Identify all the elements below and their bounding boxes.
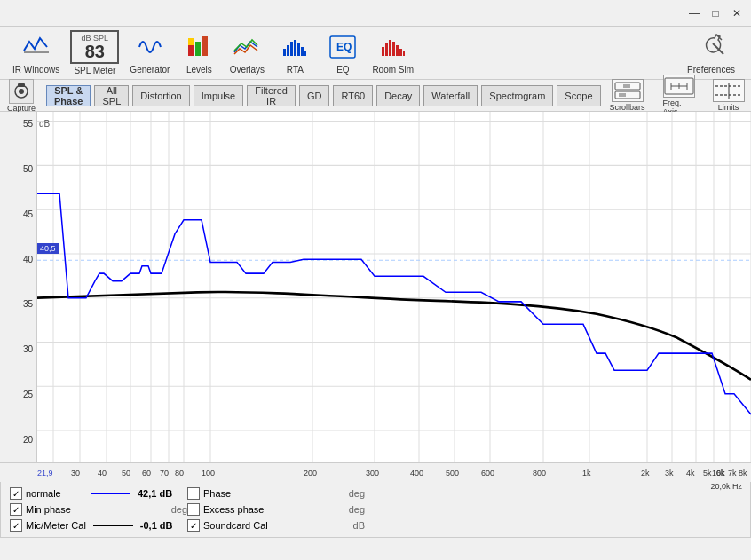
miccal-checkbox[interactable]: ✓: [10, 519, 22, 532]
capture-label: Capture: [7, 104, 36, 113]
overlays-icon: [231, 31, 263, 63]
value-marker: 40,5: [37, 243, 59, 254]
scrollbars-icon: [612, 79, 644, 102]
limits-icon: [713, 79, 745, 102]
svg-text:3k: 3k: [665, 469, 674, 477]
svg-text:7k: 7k: [728, 469, 737, 477]
normale-value: 42,1 dB: [138, 488, 172, 499]
db-axis-label: dB: [39, 119, 50, 129]
svg-rect-11: [304, 51, 306, 56]
svg-text:40: 40: [98, 469, 107, 477]
soundcard-unit: dB: [353, 520, 365, 531]
room-sim-icon: [377, 31, 409, 63]
svg-text:100: 100: [202, 469, 215, 477]
y-label-20: 20: [0, 435, 33, 445]
spl-meter-button[interactable]: dB SPL 83 SPL Meter: [67, 28, 123, 77]
svg-rect-6: [287, 45, 289, 56]
excessphase-checkbox[interactable]: [187, 503, 200, 516]
generator-icon: [134, 31, 166, 63]
svg-rect-17: [392, 42, 395, 56]
svg-text:300: 300: [366, 469, 379, 477]
legend-empty3: [365, 517, 542, 533]
eq-button[interactable]: EQ EQ: [320, 29, 365, 76]
svg-rect-16: [389, 40, 391, 56]
preferences-icon: [695, 31, 727, 63]
soundcard-checkbox[interactable]: ✓: [187, 519, 200, 532]
normale-label: normale: [26, 488, 83, 499]
tab-gd[interactable]: GD: [299, 85, 330, 106]
svg-rect-14: [382, 47, 384, 56]
levels-label: Levels: [186, 65, 212, 75]
tab-impulse[interactable]: Impulse: [194, 85, 244, 106]
legend-normale-row: ✓ normale 42,1 dB: [10, 485, 187, 501]
phase-unit: deg: [349, 488, 365, 499]
levels-button[interactable]: Levels: [177, 29, 221, 76]
svg-text:50: 50: [122, 469, 130, 477]
rta-icon: [279, 31, 311, 63]
y-label-25: 25: [0, 390, 33, 399]
legend-empty1: [365, 485, 542, 501]
tab-waterfall[interactable]: Waterfall: [423, 85, 478, 106]
tab-decay[interactable]: Decay: [376, 85, 420, 106]
tab-spl-phase[interactable]: SPL & Phase: [46, 85, 91, 106]
capture-button[interactable]: Capture: [7, 79, 36, 113]
overlays-button[interactable]: Overlays: [225, 29, 269, 76]
excessphase-unit: deg: [349, 504, 365, 515]
svg-rect-10: [301, 47, 304, 56]
svg-rect-25: [18, 83, 25, 87]
legend-empty2: [365, 501, 542, 517]
limits-button[interactable]: Limits: [708, 77, 750, 114]
titlebar-controls: — □ ✕: [687, 6, 744, 20]
ir-windows-icon: [20, 31, 52, 63]
x-axis: 21,9 30 40 50 60 70 80 100 200 300 400 5…: [0, 462, 751, 482]
preferences-button[interactable]: Preferences: [680, 29, 742, 76]
legend-phase-row: Phase deg: [187, 485, 365, 501]
freq-axis-icon: [663, 75, 695, 98]
maximize-button[interactable]: □: [708, 6, 723, 20]
svg-rect-4: [188, 38, 194, 45]
spl-meter-label: SPL Meter: [74, 66, 115, 75]
svg-text:200: 200: [304, 469, 317, 477]
legend-area: ✓ normale 42,1 dB Phase deg ✓ Min phase …: [0, 482, 751, 538]
tab-scope[interactable]: Scope: [557, 85, 600, 106]
rta-button[interactable]: RTA: [273, 29, 317, 76]
scrollbars-button[interactable]: Scrollbars: [605, 77, 651, 114]
svg-text:1k: 1k: [582, 469, 591, 477]
x-axis-svg: 21,9 30 40 50 60 70 80 100 200 300 400 5…: [37, 465, 751, 482]
minphase-checkbox[interactable]: ✓: [10, 503, 22, 516]
eq-icon: EQ: [327, 31, 359, 63]
normale-checkbox[interactable]: ✓: [10, 487, 22, 500]
svg-text:800: 800: [533, 469, 546, 477]
tab-filtered-ir[interactable]: Filtered IR: [247, 85, 296, 106]
capture-icon: [9, 79, 34, 104]
svg-rect-19: [399, 49, 402, 56]
chart-svg: [37, 112, 751, 462]
svg-text:10k: 10k: [712, 469, 725, 477]
minphase-unit: deg: [171, 504, 187, 515]
y-label-35: 35: [0, 299, 33, 309]
tab-all-spl[interactable]: All SPL: [94, 85, 129, 106]
titlebar: — □ ✕: [0, 0, 751, 27]
scrollbars-label: Scrollbars: [610, 103, 645, 112]
svg-rect-18: [396, 45, 399, 56]
phase-checkbox[interactable]: [187, 487, 200, 500]
svg-rect-8: [294, 40, 296, 56]
room-sim-button[interactable]: Room Sim: [368, 29, 417, 76]
svg-text:600: 600: [481, 469, 494, 477]
minimize-button[interactable]: —: [687, 6, 701, 20]
generator-button[interactable]: Generator: [126, 29, 173, 76]
ir-windows-label: IR Windows: [12, 65, 59, 75]
svg-rect-3: [202, 36, 208, 56]
legend-grid: ✓ normale 42,1 dB Phase deg ✓ Min phase …: [10, 485, 741, 533]
generator-label: Generator: [130, 65, 170, 75]
tab-spectrogram[interactable]: Spectrogram: [481, 85, 553, 106]
svg-point-24: [19, 89, 24, 94]
svg-text:EQ: EQ: [336, 41, 352, 53]
tab-rt60[interactable]: RT60: [333, 85, 373, 106]
ir-windows-button[interactable]: IR Windows: [9, 29, 63, 76]
miccal-label: Mic/Meter Cal: [26, 520, 86, 531]
svg-text:80: 80: [175, 469, 184, 477]
legend-excessphase-row: Excess phase deg: [187, 501, 365, 517]
tab-distortion[interactable]: Distortion: [132, 85, 189, 106]
close-button[interactable]: ✕: [730, 6, 744, 20]
